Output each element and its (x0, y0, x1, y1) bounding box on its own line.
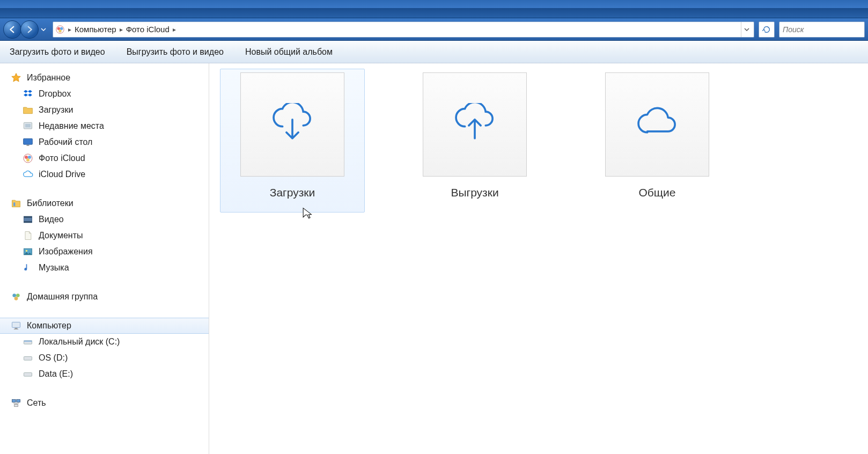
svg-point-20 (14, 297, 18, 301)
svg-rect-21 (12, 322, 20, 327)
network-icon (11, 398, 21, 408)
sidebar-item-downloads[interactable]: Загрузки (0, 102, 209, 118)
sidebar-item-icloud-photos[interactable]: Фото iCloud (0, 150, 209, 166)
folder-downloads-icon (23, 105, 33, 115)
svg-rect-14 (24, 216, 32, 218)
svg-point-17 (26, 250, 27, 252)
computer-label: Компьютер (27, 321, 71, 331)
folder-uploads-tile (423, 72, 527, 177)
folder-label: Общие (589, 186, 726, 199)
chevron-right-icon[interactable]: ▸ (119, 26, 124, 33)
address-bar-row: ▸ Компьютер ▸ Фото iCloud ▸ (0, 18, 868, 41)
sidebar-item-label: Рабочий стол (39, 137, 92, 147)
back-button[interactable] (3, 20, 21, 39)
breadcrumb-bar[interactable]: ▸ Компьютер ▸ Фото iCloud ▸ (53, 21, 754, 38)
computer-icon (11, 320, 21, 331)
folder-shared[interactable]: Общие (585, 69, 730, 213)
sidebar-item-icloud-drive[interactable]: iCloud Drive (0, 166, 209, 182)
dropbox-icon (23, 89, 33, 99)
svg-rect-15 (24, 221, 32, 223)
svg-rect-29 (17, 399, 20, 402)
recent-places-icon (23, 121, 33, 131)
documents-icon (23, 230, 33, 241)
upload-photos-command[interactable]: Выгрузить фото и видео (127, 47, 224, 57)
folder-shared-tile (605, 72, 709, 177)
svg-rect-23 (14, 329, 18, 329)
svg-rect-22 (15, 328, 18, 329)
folder-downloads[interactable]: Загрузки (220, 69, 365, 213)
refresh-button[interactable] (759, 21, 775, 38)
desktop-icon (23, 137, 33, 148)
svg-point-1 (57, 27, 60, 30)
nav-history-dropdown[interactable] (39, 20, 48, 39)
svg-point-9 (25, 156, 28, 159)
new-shared-album-command[interactable]: Новый общий альбом (245, 47, 333, 57)
sidebar-item-desktop[interactable]: Рабочий стол (0, 134, 209, 150)
drive-icon (23, 369, 33, 379)
sidebar-item-videos[interactable]: Видео (0, 211, 209, 228)
pictures-icon (23, 246, 33, 257)
sidebar-item-label: Видео (39, 215, 64, 224)
sidebar-item-music[interactable]: Музыка (0, 260, 209, 276)
svg-rect-28 (12, 399, 16, 402)
sidebar-item-label: Изображения (39, 247, 93, 257)
libraries-group[interactable]: Библиотеки (0, 195, 209, 211)
svg-point-11 (26, 158, 30, 162)
sidebar-item-drive-d[interactable]: OS (D:) (0, 350, 209, 366)
drive-icon (23, 336, 33, 347)
svg-point-2 (60, 27, 63, 30)
sidebar-item-drive-c[interactable]: Локальный диск (C:) (0, 334, 209, 350)
sidebar-item-label: Data (E:) (39, 369, 73, 379)
sidebar-item-drive-e[interactable]: Data (E:) (0, 366, 209, 382)
icloud-drive-icon (23, 169, 33, 180)
sidebar-item-recent[interactable]: Недавние места (0, 118, 209, 134)
homegroup-label: Домашняя группа (27, 292, 98, 302)
svg-point-19 (16, 294, 20, 297)
breadcrumb-dropdown[interactable] (741, 22, 752, 37)
computer-group[interactable]: Компьютер (0, 318, 209, 334)
folder-uploads[interactable]: Выгрузки (402, 69, 547, 213)
libraries-label: Библиотеки (27, 199, 73, 208)
chevron-right-icon[interactable]: ▸ (67, 26, 72, 33)
svg-rect-30 (14, 405, 18, 407)
network-group[interactable]: Сеть (0, 395, 209, 411)
svg-rect-6 (24, 138, 33, 144)
sidebar-item-label: Dropbox (39, 89, 71, 99)
homegroup-icon (11, 291, 21, 302)
sidebar-item-label: Документы (39, 231, 83, 240)
search-box[interactable] (779, 21, 865, 38)
sidebar-item-label: Музыка (39, 263, 69, 273)
chevron-right-icon[interactable]: ▸ (172, 26, 177, 33)
sidebar-item-pictures[interactable]: Изображения (0, 244, 209, 260)
window-title-bar (0, 0, 868, 18)
sidebar-item-label: Загрузки (39, 105, 73, 115)
content-pane[interactable]: Загрузки Выгрузки Общие (209, 63, 868, 454)
download-photos-command[interactable]: Загрузить фото и видео (10, 47, 105, 57)
search-input[interactable] (783, 25, 861, 34)
video-icon (23, 214, 33, 225)
sidebar-item-dropbox[interactable]: Dropbox (0, 86, 209, 102)
music-icon (23, 262, 33, 273)
svg-point-3 (58, 30, 61, 32)
favorites-group[interactable]: Избранное (0, 70, 209, 86)
forward-button[interactable] (20, 20, 39, 39)
sidebar-item-documents[interactable]: Документы (0, 228, 209, 244)
drive-icon (23, 353, 33, 363)
cloud-upload-icon (450, 103, 499, 146)
libraries-icon (11, 198, 21, 209)
sidebar-item-label: Фото iCloud (39, 153, 85, 163)
breadcrumb-current[interactable]: Фото iCloud (124, 25, 172, 34)
folder-downloads-tile (240, 72, 344, 177)
breadcrumb-root[interactable]: Компьютер (72, 25, 119, 34)
icloud-photos-icon (23, 153, 33, 164)
command-bar: Загрузить фото и видео Выгрузить фото и … (0, 41, 868, 63)
svg-rect-5 (25, 124, 31, 128)
svg-rect-26 (24, 357, 32, 361)
svg-rect-27 (24, 373, 32, 377)
navigation-pane[interactable]: Избранное Dropbox Загрузки Недавние мест… (0, 63, 209, 454)
network-label: Сеть (27, 398, 46, 408)
homegroup[interactable]: Домашняя группа (0, 289, 209, 305)
svg-rect-12 (13, 202, 15, 206)
svg-point-18 (12, 294, 16, 297)
svg-rect-7 (27, 145, 30, 146)
